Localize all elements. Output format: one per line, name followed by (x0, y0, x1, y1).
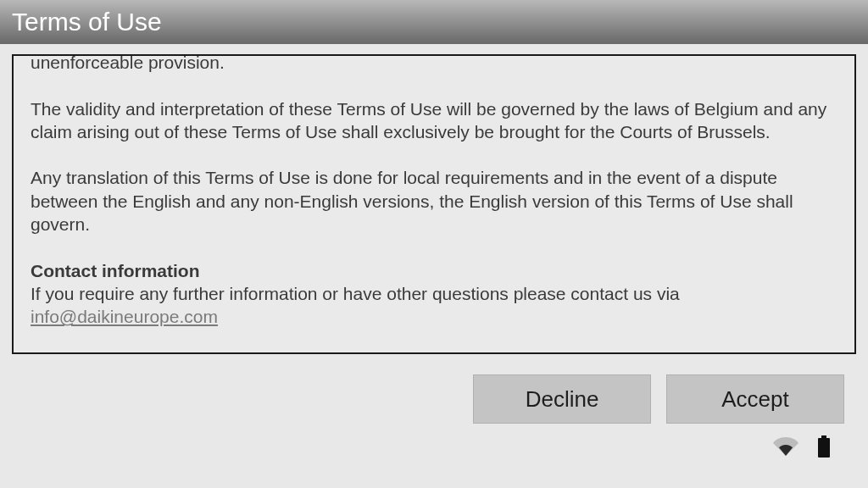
decline-button-label: Decline (526, 386, 599, 413)
header-bar: Terms of Use (0, 0, 868, 44)
terms-paragraph-1: The validity and interpretation of these… (31, 97, 837, 144)
terms-paragraph-2: Any translation of this Terms of Use is … (31, 166, 837, 236)
terms-text-box[interactable]: unenforceable provision. The validity an… (12, 54, 856, 354)
battery-icon (817, 435, 831, 461)
svg-rect-1 (818, 438, 830, 458)
contact-heading: Contact information (31, 261, 200, 280)
content-wrapper: unenforceable provision. The validity an… (0, 44, 868, 488)
contact-email-link[interactable]: info@daikineurope.com (31, 307, 218, 326)
terms-contact-block: Contact information If you require any f… (31, 259, 837, 329)
contact-text: If you require any further information o… (31, 284, 680, 303)
wifi-icon (773, 437, 798, 459)
accept-button-label: Accept (721, 386, 789, 413)
decline-button[interactable]: Decline (473, 374, 651, 424)
svg-rect-0 (821, 435, 826, 438)
page-title: Terms of Use (12, 8, 162, 36)
terms-truncated-line: unenforceable provision. (31, 54, 837, 74)
accept-button[interactable]: Accept (666, 374, 844, 424)
status-bar (12, 430, 856, 466)
button-bar: Decline Accept (12, 374, 856, 430)
